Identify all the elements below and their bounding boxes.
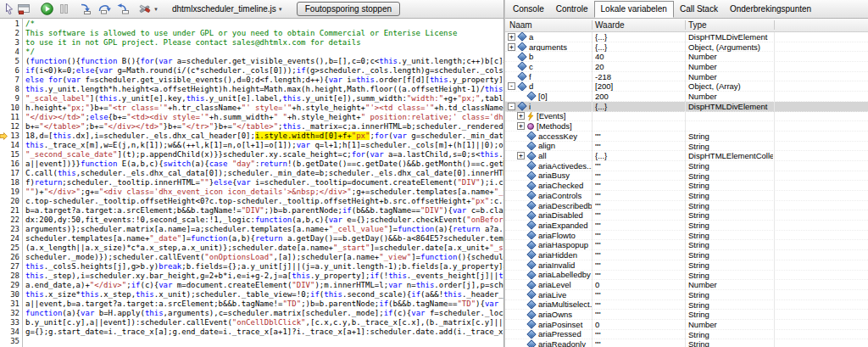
variable-row-ariachecked[interactable]: ariaChecked""String xyxy=(505,181,868,191)
variable-row-i[interactable]: -i{...}DispHTMLDivElement xyxy=(505,102,868,112)
variable-row-ariaflowto[interactable]: ariaFlowto""String xyxy=(505,231,868,241)
variable-row-c[interactable]: c20Number xyxy=(505,62,868,72)
stop-debugging-button[interactable]: Foutopsporing stoppen xyxy=(297,2,400,16)
line-number[interactable]: 22 xyxy=(0,215,22,225)
line-number[interactable]: 25 xyxy=(0,243,22,253)
variable-row-arguments[interactable]: +arguments{...}Object, (Arguments) xyxy=(505,42,868,53)
step-over-icon[interactable] xyxy=(98,2,111,17)
column-divider[interactable] xyxy=(685,20,686,30)
variable-row-b[interactable]: b40Number xyxy=(505,52,868,62)
expander-spacer xyxy=(517,271,525,278)
expander-spacer xyxy=(517,202,525,210)
line-number[interactable]: 32 xyxy=(0,309,22,318)
variable-row-a[interactable]: +a{...}DispHTMLDivElement xyxy=(505,32,868,42)
line-number[interactable]: 26 xyxy=(0,253,22,262)
line-number[interactable]: 14 xyxy=(0,141,22,150)
variable-row-ariahidden[interactable]: ariaHidden""String xyxy=(505,250,868,260)
tab-controle[interactable]: Controle xyxy=(550,2,594,17)
line-number[interactable]: 28 xyxy=(0,271,22,281)
continue-button-icon[interactable] xyxy=(41,2,53,17)
variable-row-0[interactable]: [0]200Number xyxy=(505,92,868,102)
line-number[interactable]: 18 xyxy=(0,178,22,187)
line-number[interactable]: 30 xyxy=(0,290,22,299)
line-number[interactable]: 5 xyxy=(0,57,22,66)
code-line: (a.x_length||a.x_size)*c*a.x_step,a.x_un… xyxy=(25,243,504,253)
expander-icon[interactable]: - xyxy=(508,82,515,90)
variable-row-ariaowns[interactable]: ariaOwns""String xyxy=(505,310,868,320)
variable-row-ariadisabled[interactable]: ariaDisabled""String xyxy=(505,210,868,221)
line-number[interactable]: 19 xyxy=(0,187,22,197)
line-number[interactable]: 29 xyxy=(0,281,22,290)
line-number[interactable]: 2 xyxy=(0,29,22,38)
line-number[interactable]: 7 xyxy=(0,76,22,85)
select-element-icon[interactable] xyxy=(3,2,14,17)
variable-row-arialevel[interactable]: ariaLevel0Number xyxy=(505,280,868,290)
column-divider[interactable] xyxy=(592,20,593,30)
script-file-selector[interactable]: dhtmlxscheduler_timeline.js ▼ xyxy=(172,4,283,14)
step-out-icon[interactable] xyxy=(117,2,130,17)
line-number[interactable]: 20 xyxy=(0,197,22,206)
variable-row-accesskey[interactable]: accessKey""String xyxy=(505,132,868,142)
variable-row-ariadescribedby[interactable]: ariaDescribedby""String xyxy=(505,201,868,211)
variable-row-ariamultiselect[interactable]: ariaMultiselect...""String xyxy=(505,300,868,311)
variable-icon xyxy=(526,320,536,329)
variable-name-cell: ariaChecked xyxy=(505,181,592,190)
variable-row-ariacontrols[interactable]: ariaControls""String xyxy=(505,191,868,201)
tab-onderbrekingspunten[interactable]: Onderbrekingspunten xyxy=(724,2,817,17)
pause-button-icon[interactable] xyxy=(60,2,68,17)
variable-row-arialabelledby[interactable]: ariaLabelledby""String xyxy=(505,271,868,281)
expander-icon[interactable]: - xyxy=(508,103,515,110)
variable-row-events[interactable]: +[Events] xyxy=(505,112,868,122)
variable-row-ariahaspopup[interactable]: ariaHaspopup""String xyxy=(505,240,868,250)
tab-lokale-variabelen[interactable]: Lokale variabelen xyxy=(594,1,674,18)
expander-icon[interactable]: + xyxy=(517,122,525,130)
line-number[interactable]: 3 xyxy=(0,38,22,48)
line-number[interactable]: 8 xyxy=(0,85,22,94)
break-on-error-icon[interactable] xyxy=(18,2,31,17)
variable-row-d[interactable]: -d[200]Object, (Array) xyxy=(505,81,868,92)
tab-console[interactable]: Console xyxy=(507,2,550,17)
tab-call-stack[interactable]: Call Stack xyxy=(674,2,724,17)
variable-row-align[interactable]: align""String xyxy=(505,142,868,152)
column-divider[interactable] xyxy=(774,20,775,30)
line-number[interactable]: 6 xyxy=(0,66,22,76)
line-number[interactable]: 27 xyxy=(0,262,22,271)
tools-menu-button[interactable]: ▼ xyxy=(138,2,159,17)
variable-type: Number xyxy=(688,280,773,289)
step-into-icon[interactable] xyxy=(80,2,92,17)
line-number[interactable]: 34 xyxy=(0,327,22,337)
line-number[interactable]: 13 xyxy=(0,132,22,141)
line-number-gutter[interactable]: 1234567891011121314151617181920212223242… xyxy=(0,19,23,347)
line-number[interactable]: 1 xyxy=(0,20,22,29)
variable-row-f[interactable]: f-218Number xyxy=(505,72,868,82)
variable-value: "" xyxy=(595,171,683,181)
line-number[interactable]: 31 xyxy=(0,299,22,309)
line-number[interactable]: 35 xyxy=(0,337,22,346)
line-number[interactable]: 11 xyxy=(0,113,22,122)
line-number[interactable]: 33 xyxy=(0,318,22,327)
line-number[interactable]: 16 xyxy=(0,160,22,169)
line-number[interactable]: 24 xyxy=(0,234,22,243)
expander-icon[interactable]: + xyxy=(508,33,515,41)
line-number[interactable]: 21 xyxy=(0,206,22,215)
line-number[interactable]: 17 xyxy=(0,169,22,178)
variable-row-ariapressed[interactable]: ariaPressed""String xyxy=(505,330,868,340)
line-number[interactable]: 9 xyxy=(0,94,22,104)
line-number[interactable]: 15 xyxy=(0,150,22,160)
line-number[interactable]: 10 xyxy=(0,104,22,113)
expander-icon[interactable]: + xyxy=(508,43,515,51)
variable-row-ariainvalid[interactable]: ariaInvalid""String xyxy=(505,260,868,271)
variable-row-methods[interactable]: +[Methods] xyxy=(505,121,868,132)
variable-row-ariareadonly[interactable]: ariaReadonly""String xyxy=(505,339,868,347)
variable-row-ariaexpanded[interactable]: ariaExpanded""String xyxy=(505,221,868,231)
line-number[interactable]: 12 xyxy=(0,122,22,132)
line-number[interactable]: 4 xyxy=(0,48,22,57)
variable-row-ariabusy[interactable]: ariaBusy""String xyxy=(505,171,868,182)
line-number[interactable]: 23 xyxy=(0,225,22,234)
expander-icon[interactable]: + xyxy=(517,112,525,120)
variable-row-ariaposinset[interactable]: ariaPosinset0Number xyxy=(505,320,868,330)
variable-row-arialive[interactable]: ariaLive""String xyxy=(505,290,868,300)
variable-row-ariaactivedes[interactable]: ariaActivedes...""String xyxy=(505,161,868,171)
variable-row-all[interactable]: +all{...}DispHTMLElementCollection xyxy=(505,151,868,161)
expander-icon[interactable]: + xyxy=(517,152,525,160)
